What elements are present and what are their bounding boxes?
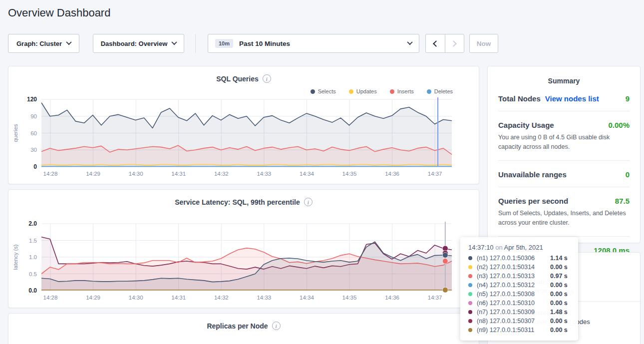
service-latency-title: Service Latency: SQL, 99th percentile [175, 198, 300, 206]
node-color-dot-icon [468, 319, 472, 323]
summary-divider [498, 187, 630, 187]
node-latency-value: 0.97 s [550, 273, 568, 280]
tooltip-node-row: (n2) 127.0.0.1:503140.00 s [468, 263, 571, 272]
svg-text:14:32: 14:32 [214, 171, 229, 177]
node-address: (n4) 127.0.0.1:50312 [477, 282, 550, 289]
tooltip-node-row: (n4) 127.0.0.1:503120.00 s [468, 281, 571, 290]
overview-dashboard-page: Overview Dashboard Graph: Cluster Dashbo… [0, 0, 644, 344]
now-button[interactable]: Now [469, 34, 498, 53]
info-icon[interactable]: i [263, 74, 271, 83]
legend-label: Updates [356, 88, 377, 94]
node-address: (n9) 127.0.0.1:50311 [477, 327, 550, 334]
svg-text:1.5: 1.5 [29, 238, 37, 244]
svg-text:14:35: 14:35 [342, 295, 357, 301]
service-latency-card: Service Latency: SQL, 99th percentile i … [8, 189, 479, 308]
svg-text:14:29: 14:29 [86, 295, 100, 301]
summary-divider [498, 111, 630, 111]
qps-description: Sum of Selects, Updates, Inserts, and De… [498, 209, 630, 228]
svg-text:14:32: 14:32 [214, 295, 229, 301]
sql-queries-title: SQL Queries [216, 75, 259, 83]
unavailable-ranges-value: 0 [626, 170, 630, 179]
node-address: (n8) 127.0.0.1:50307 [477, 318, 550, 325]
tooltip-node-row: (n3) 127.0.0.1:503130.97 s [468, 272, 571, 281]
chevron-down-icon [66, 39, 71, 44]
svg-text:14:33: 14:33 [257, 171, 271, 177]
svg-text:14:36: 14:36 [385, 171, 399, 177]
legend-dot-icon [311, 89, 315, 94]
node-address: (n1) 127.0.0.1:50306 [477, 255, 550, 262]
node-address: (n6) 127.0.0.1:50310 [477, 300, 550, 307]
svg-text:14:34: 14:34 [300, 295, 314, 301]
summary-title: Summary [488, 66, 640, 85]
capacity-usage-value: 0.00% [608, 121, 630, 129]
svg-text:14:28: 14:28 [43, 295, 58, 301]
svg-text:14:31: 14:31 [171, 295, 186, 301]
legend-label: Selects [318, 88, 336, 94]
page-title: Overview Dashboard [8, 6, 110, 19]
now-button-label: Now [477, 40, 491, 47]
summary-panel: Summary Total Nodes View nodes list 9 Ca… [487, 66, 641, 243]
legend-label: Inserts [397, 88, 414, 94]
node-color-dot-icon [468, 256, 472, 260]
node-color-dot-icon [468, 328, 472, 332]
node-address: (n5) 127.0.0.1:50308 [477, 291, 550, 298]
tooltip-node-row: (n9) 127.0.0.1:503110.00 s [468, 326, 571, 335]
svg-text:14:28: 14:28 [43, 171, 58, 177]
svg-text:0: 0 [33, 163, 37, 170]
tooltip-date: Apr 5th, 2021 [504, 244, 543, 251]
chevron-down-icon [172, 39, 177, 44]
sql-queries-chart[interactable]: 14:2814:2914:3014:3114:3214:3314:3414:35… [8, 94, 480, 183]
node-latency-value: 1.14 s [550, 255, 568, 262]
legend-label: Deletes [434, 88, 453, 94]
node-color-dot-icon [468, 310, 472, 314]
tooltip-node-row: (n5) 127.0.0.1:503080.00 s [468, 290, 571, 299]
node-address: (n7) 127.0.0.1:50309 [477, 309, 550, 316]
qps-value: 87.5 [615, 197, 630, 205]
svg-text:90: 90 [30, 113, 37, 119]
time-range-badge: 10m [215, 39, 233, 48]
legend-dot-icon [349, 89, 353, 94]
sql-queries-card: SQL Queries i SelectsUpdatesInsertsDelet… [8, 66, 479, 184]
node-latency-value: 0.00 s [550, 291, 568, 298]
summary-unavailable-row: Unavailable ranges 0 [488, 170, 640, 179]
node-latency-value: 0.00 s [550, 318, 568, 325]
node-address: (n2) 127.0.0.1:50314 [477, 264, 550, 271]
replicas-title-row: Replicas per Node i [8, 322, 479, 330]
info-icon[interactable]: i [272, 322, 281, 330]
tooltip-rows: (n1) 127.0.0.1:503061.14 s(n2) 127.0.0.1… [468, 254, 571, 335]
capacity-usage-description: You are using 0 B of 4.5 GiB usable disk… [498, 133, 630, 152]
legend-dot-icon [427, 89, 431, 94]
node-latency-value: 1.48 s [550, 309, 568, 316]
svg-text:14:37: 14:37 [428, 295, 442, 301]
summary-capacity-row: Capacity Usage 0.00% You are using 0 B o… [488, 121, 640, 152]
node-color-dot-icon [468, 283, 472, 287]
chevron-left-icon [433, 40, 439, 47]
legend-item-inserts: Inserts [390, 88, 414, 94]
time-next-button[interactable] [445, 34, 464, 52]
node-latency-value: 0.00 s [550, 327, 568, 334]
time-range-label: Past 10 Minutes [239, 40, 403, 47]
node-color-dot-icon [468, 274, 472, 278]
dashboard-dropdown[interactable]: Dashboard: Overview [93, 34, 184, 53]
graph-dropdown[interactable]: Graph: Cluster [8, 34, 79, 53]
time-prev-button[interactable] [426, 34, 445, 52]
svg-text:30: 30 [30, 147, 37, 153]
svg-text:14:30: 14:30 [129, 171, 143, 177]
info-icon[interactable]: i [304, 198, 313, 206]
svg-text:14:33: 14:33 [257, 295, 271, 301]
total-nodes-value: 9 [626, 94, 630, 103]
time-nav-group [425, 34, 464, 53]
svg-text:0.5: 0.5 [29, 271, 37, 277]
tooltip-node-row: (n7) 127.0.0.1:503091.48 s [468, 308, 571, 317]
node-address: (n3) 127.0.0.1:50313 [477, 273, 550, 280]
controls-divider [195, 34, 196, 53]
service-latency-chart[interactable]: 14:2814:2914:3014:3114:3214:3314:3414:35… [8, 219, 480, 306]
summary-qps-row: Queries per second 87.5 Sum of Selects, … [488, 197, 640, 228]
legend-item-deletes: Deletes [427, 88, 453, 94]
tooltip-timestamp: 14:37:10 on Apr 5th, 2021 [468, 244, 571, 251]
unavailable-ranges-label: Unavailable ranges [498, 170, 567, 179]
time-range-picker[interactable]: 10m Past 10 Minutes [208, 34, 419, 53]
replicas-title: Replicas per Node [207, 322, 268, 330]
node-latency-value: 0.00 s [550, 282, 568, 289]
view-nodes-list-link[interactable]: View nodes list [545, 94, 599, 103]
